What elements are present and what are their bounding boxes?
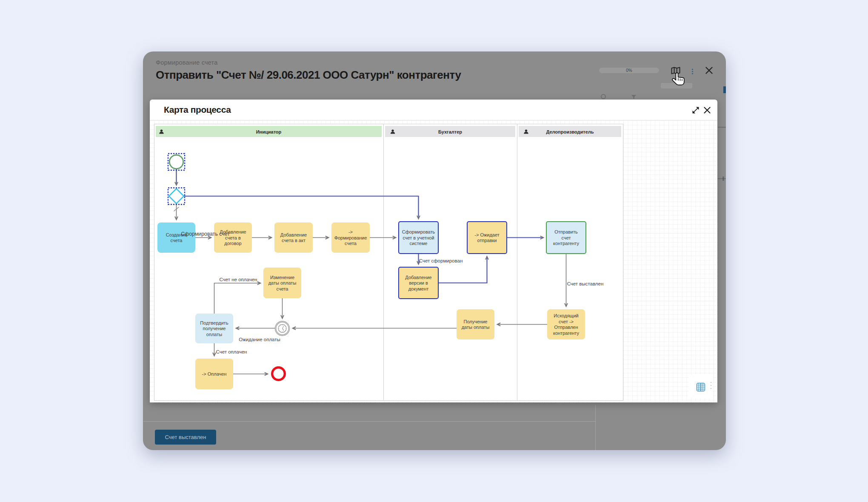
svg-text:Счет не оплачен: Счет не оплачен (220, 277, 257, 282)
svg-text:Исходящийсчет ->Отправленконтр: Исходящийсчет ->Отправленконтрагенту (553, 313, 580, 336)
svg-text:Бухгалтер: Бухгалтер (438, 129, 462, 134)
svg-text:Добавлениеверсии вдокумент: Добавлениеверсии вдокумент (405, 275, 431, 291)
svg-text:-> Ожидаетотправки: -> Ожидаетотправки (474, 232, 500, 243)
svg-text:Счет выставлен: Счет выставлен (567, 281, 604, 286)
svg-text:Счет оплачен: Счет оплачен (216, 349, 247, 354)
svg-text:Счет сформирован: Счет сформирован (419, 258, 463, 263)
svg-text:-> Оплачен: -> Оплачен (202, 371, 227, 376)
svg-text:Инициатор: Инициатор (256, 129, 282, 134)
svg-text:Добавлениесчета в акт: Добавлениесчета в акт (280, 232, 307, 243)
svg-text:Сформировать счет: Сформировать счет (181, 231, 230, 237)
svg-text:Ожидание оплаты: Ожидание оплаты (239, 337, 280, 342)
svg-text:Делопроизводитель: Делопроизводитель (546, 129, 594, 134)
svg-text:Получениедаты оплаты: Получениедаты оплаты (462, 319, 490, 330)
